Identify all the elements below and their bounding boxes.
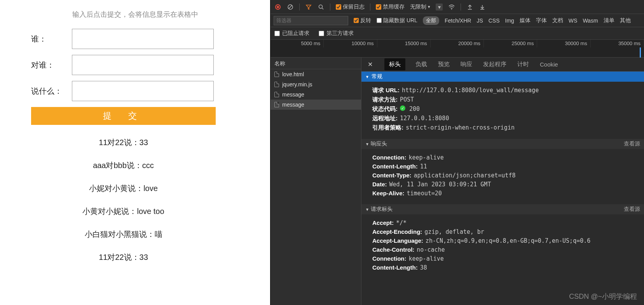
svg-line-3 <box>289 5 292 9</box>
message-item: 小白猫对小黑猫说：喵 <box>31 229 216 240</box>
tab-timing[interactable]: 计时 <box>517 58 530 70</box>
view-source-link[interactable]: 查看源 <box>624 140 640 147</box>
label-to-whom: 对谁： <box>31 60 72 70</box>
close-icon[interactable]: ✕ <box>365 61 375 68</box>
invert-checkbox[interactable]: 反转 <box>354 17 371 24</box>
file-icon <box>274 72 279 77</box>
timeline-marker <box>640 47 641 58</box>
filter-type[interactable]: 媒体 <box>520 17 531 24</box>
filter-type[interactable]: 清单 <box>604 17 614 24</box>
devtools-panel: 保留日志 禁用缓存 无限制▾ ▾ 反转 隐藏数据 URL 全部 Fetch/XH… <box>270 0 644 305</box>
hide-data-url-checkbox[interactable]: 隐藏数据 URL <box>377 17 417 24</box>
input-to-whom[interactable] <box>72 55 214 75</box>
filter-all[interactable]: 全部 <box>423 16 439 25</box>
svg-point-6 <box>451 9 452 10</box>
timeline-tick: 5000 ms <box>271 40 324 47</box>
form-row-say-what: 说什么： <box>31 81 239 101</box>
svg-point-1 <box>277 6 279 8</box>
request-item[interactable]: message <box>271 89 361 100</box>
network-timeline[interactable]: 5000 ms 10000 ms 15000 ms 20000 ms 25000… <box>271 40 644 58</box>
chevron-down-icon[interactable]: ▾ <box>436 4 443 11</box>
tab-initiator[interactable]: 发起程序 <box>482 58 507 70</box>
label-remote: 远程地址: <box>372 115 398 122</box>
section-request-headers[interactable]: ▼ 请求标头 查看源 <box>361 204 644 214</box>
timeline-tick: 35000 ms <box>591 40 644 47</box>
input-say-what[interactable] <box>72 81 214 101</box>
timeline-tick: 20000 ms <box>431 40 484 47</box>
section-response-headers[interactable]: ▼ 响应头 查看源 <box>361 139 644 149</box>
filter-input[interactable] <box>274 16 348 25</box>
value-status: 200 <box>409 105 420 113</box>
timeline-tick: 15000 ms <box>377 40 431 47</box>
label-method: 请求方法: <box>372 96 398 103</box>
file-icon <box>274 92 279 97</box>
message-item: 11对22说：33 <box>31 137 216 148</box>
request-list-header: 名称 <box>271 58 361 69</box>
detail-tabs: ✕ 标头 负载 预览 响应 发起程序 计时 Cookie <box>361 58 644 72</box>
filter-type[interactable]: 其他 <box>620 17 631 24</box>
filter-type[interactable]: CSS <box>489 18 500 24</box>
upload-icon[interactable] <box>466 4 473 11</box>
tab-payload[interactable]: 负载 <box>415 58 428 70</box>
filter-type[interactable]: 文档 <box>552 17 563 24</box>
devtools-optionsbar: 已阻止请求 第三方请求 <box>271 27 644 40</box>
view-source-link[interactable]: 查看源 <box>624 206 640 213</box>
devtools-filterbar: 反转 隐藏数据 URL 全部 Fetch/XHR JS CSS Img 媒体 字… <box>271 14 644 27</box>
timeline-tick: 10000 ms <box>324 40 377 47</box>
filter-icon[interactable] <box>305 4 312 11</box>
clear-icon[interactable] <box>287 4 294 11</box>
tab-preview[interactable]: 预览 <box>437 58 450 70</box>
input-who[interactable] <box>72 29 214 49</box>
timeline-tick: 25000 ms <box>484 40 537 47</box>
value-method: POST <box>400 96 414 103</box>
thirdparty-requests-checkbox[interactable]: 第三方请求 <box>319 30 354 37</box>
value-remote: 127.0.0.1:8080 <box>400 115 449 122</box>
label-referrer: 引用者策略: <box>372 124 403 131</box>
request-item[interactable]: love.html <box>271 69 361 79</box>
filter-type[interactable]: 字体 <box>536 17 547 24</box>
message-item: aaa对bbb说：ccc <box>31 160 216 171</box>
record-icon[interactable] <box>274 4 281 11</box>
throttle-select[interactable]: 无限制▾ <box>410 4 430 11</box>
message-list: 11对22说：33 aaa对bbb说：ccc 小妮对小黄说：love 小黄对小妮… <box>31 137 239 263</box>
disable-cache-checkbox[interactable]: 禁用缓存 <box>376 4 405 11</box>
timeline-tick: 30000 ms <box>537 40 590 47</box>
label-who: 谁： <box>31 34 72 44</box>
label-say-what: 说什么： <box>31 86 72 96</box>
preserve-log-checkbox[interactable]: 保留日志 <box>336 4 365 11</box>
request-headers-block: Accept:*/* Accept-Encoding:gzip, deflate… <box>361 214 644 279</box>
request-detail: ✕ 标头 负载 预览 响应 发起程序 计时 Cookie ▼常规 请求 URL:… <box>361 58 644 305</box>
message-item: 11对22说：33 <box>31 252 216 263</box>
section-general[interactable]: ▼常规 <box>361 72 644 82</box>
label-status: 状态代码: <box>372 105 398 113</box>
filter-type[interactable]: Wasm <box>583 18 598 24</box>
blocked-requests-checkbox[interactable]: 已阻止请求 <box>274 30 309 37</box>
label-request-url: 请求 URL: <box>372 87 400 94</box>
message-item: 小妮对小黄说：love <box>31 183 216 194</box>
file-icon <box>274 82 279 87</box>
filter-type[interactable]: Img <box>505 18 514 24</box>
tab-headers[interactable]: 标头 <box>384 58 405 70</box>
svg-point-4 <box>319 5 323 8</box>
form-row-to-whom: 对谁： <box>31 55 239 75</box>
submit-button[interactable]: 提 交 <box>31 107 216 125</box>
request-list: 名称 love.html jquery.min.js message messa… <box>271 58 361 305</box>
value-request-url: http://127.0.0.1:8080/love_wall/message <box>402 87 539 94</box>
tab-response[interactable]: 响应 <box>460 58 473 70</box>
message-item: 小黄对小妮说：love too <box>31 206 216 217</box>
file-icon <box>274 102 279 107</box>
download-icon[interactable] <box>479 4 486 11</box>
request-item[interactable]: message <box>271 100 361 110</box>
svg-line-5 <box>322 8 323 9</box>
value-referrer: strict-origin-when-cross-origin <box>406 124 515 131</box>
devtools-toolbar: 保留日志 禁用缓存 无限制▾ ▾ <box>271 0 644 14</box>
search-icon[interactable] <box>318 4 325 11</box>
response-headers-block: Connection:keep-alive Content-Length:11 … <box>361 149 644 204</box>
page-subtitle: 输入后点击提交，会将信息显示在表格中 <box>31 10 239 19</box>
filter-type[interactable]: Fetch/XHR <box>445 18 471 24</box>
tab-cookies[interactable]: Cookie <box>539 59 559 70</box>
request-item[interactable]: jquery.min.js <box>271 79 361 89</box>
wifi-icon[interactable] <box>448 4 455 11</box>
filter-type[interactable]: JS <box>476 18 483 24</box>
filter-type[interactable]: WS <box>569 18 578 24</box>
